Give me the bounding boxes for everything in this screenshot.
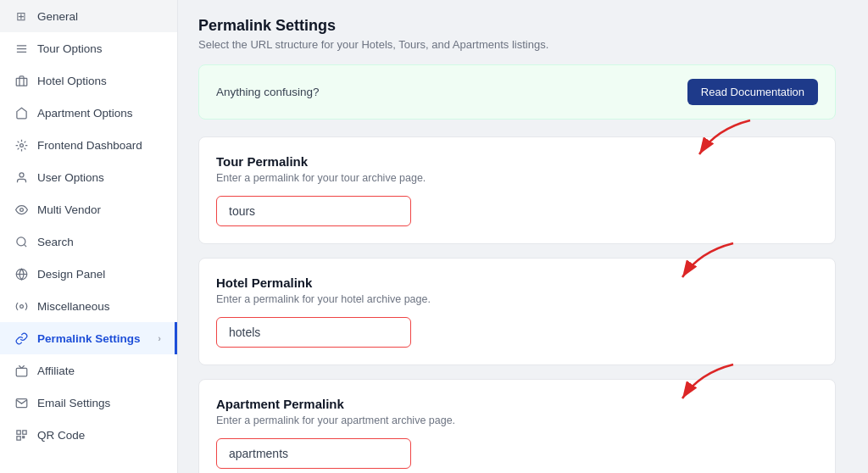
sidebar-item-apartment-options[interactable]: Apartment Options <box>0 97 177 129</box>
chevron-right-icon: › <box>158 333 161 343</box>
sidebar-item-user-options[interactable]: User Options <box>0 161 177 193</box>
design-icon <box>14 266 29 281</box>
info-box: Anything confusing? Read Documentation <box>198 64 836 120</box>
general-icon: ⊞ <box>14 8 29 24</box>
hotel-permalink-input[interactable] <box>216 317 411 348</box>
sidebar-item-permalink-settings[interactable]: Permalink Settings › <box>0 322 177 354</box>
tour-permalink-desc: Enter a permalink for your tour archive … <box>216 172 818 184</box>
svg-rect-11 <box>22 430 25 433</box>
sidebar-item-qr-code[interactable]: QR Code <box>0 419 177 451</box>
page-title: Permalink Settings <box>198 17 836 35</box>
permalink-icon <box>14 331 29 346</box>
info-box-text: Anything confusing? <box>216 86 676 98</box>
svg-point-8 <box>19 304 23 308</box>
affiliate-icon <box>14 363 29 378</box>
hotel-permalink-desc: Enter a permalink for your hotel archive… <box>216 293 818 305</box>
sidebar-item-frontend-dashboard[interactable]: Frontend Dashboard <box>0 129 177 161</box>
qr-icon <box>14 427 29 442</box>
search-icon <box>14 234 29 249</box>
svg-point-1 <box>19 143 23 147</box>
sidebar-item-email-settings[interactable]: Email Settings <box>0 387 177 419</box>
svg-rect-9 <box>16 368 27 376</box>
apartment-permalink-desc: Enter a permalink for your apartment arc… <box>216 415 818 426</box>
page-subtitle: Select the URL structure for your Hotels… <box>198 38 836 51</box>
sidebar-item-search[interactable]: Search <box>0 225 177 258</box>
sidebar-item-tour-options[interactable]: Tour Options <box>0 32 177 64</box>
sidebar-item-general[interactable]: ⊞ General <box>0 0 177 32</box>
multi-vendor-icon <box>14 202 29 217</box>
apartment-permalink-title: Apartment Permalink <box>216 397 818 411</box>
email-icon <box>14 395 29 410</box>
sidebar-item-design-panel[interactable]: Design Panel <box>0 258 177 290</box>
main-content: Permalink Settings Select the URL struct… <box>178 0 868 473</box>
read-documentation-button[interactable]: Read Documentation <box>687 79 818 105</box>
svg-point-4 <box>16 236 25 245</box>
frontend-icon <box>14 137 29 153</box>
hotel-permalink-title: Hotel Permalink <box>216 275 818 290</box>
svg-rect-13 <box>22 436 24 437</box>
tour-icon <box>14 41 29 56</box>
svg-point-3 <box>19 208 23 211</box>
svg-rect-12 <box>16 436 19 439</box>
hotel-permalink-section: Hotel Permalink Enter a permalink for yo… <box>198 258 836 365</box>
hotel-icon <box>14 73 29 88</box>
sidebar: ⊞ General Tour Options Hotel Options Apa… <box>0 0 178 473</box>
page-header: Permalink Settings Select the URL struct… <box>198 17 836 51</box>
apartment-permalink-input[interactable] <box>216 438 411 469</box>
svg-line-5 <box>24 244 26 247</box>
tour-permalink-input[interactable] <box>216 196 411 226</box>
svg-point-2 <box>19 172 24 176</box>
svg-rect-0 <box>16 78 27 86</box>
misc-icon <box>14 298 29 314</box>
user-icon <box>14 170 29 185</box>
sidebar-item-miscellaneous[interactable]: Miscellaneous <box>0 290 177 322</box>
svg-rect-10 <box>16 430 19 433</box>
apartment-permalink-section: Apartment Permalink Enter a permalink fo… <box>198 379 836 473</box>
sidebar-item-hotel-options[interactable]: Hotel Options <box>0 64 177 97</box>
sidebar-item-multi-vendor[interactable]: Multi Vendor <box>0 193 177 225</box>
tour-permalink-title: Tour Permalink <box>216 154 818 169</box>
tour-permalink-section: Tour Permalink Enter a permalink for you… <box>198 136 836 244</box>
sidebar-item-affiliate[interactable]: Affiliate <box>0 354 177 387</box>
apartment-icon <box>14 105 29 120</box>
